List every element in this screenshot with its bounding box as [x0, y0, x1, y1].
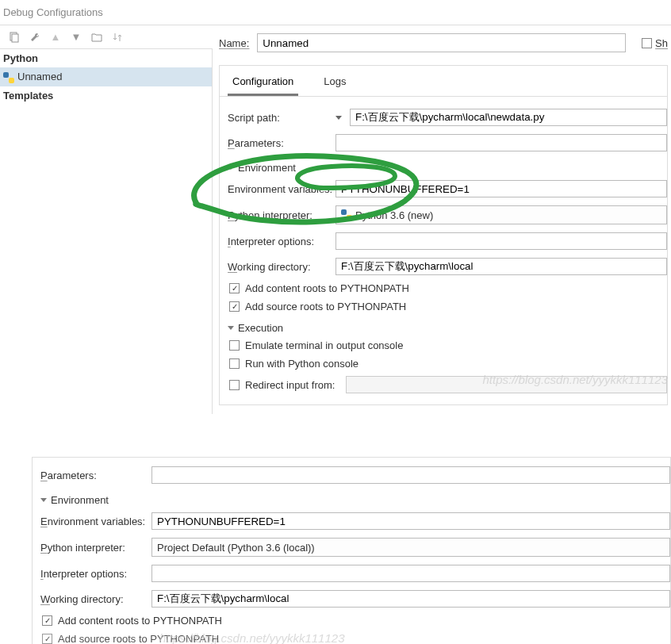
lower-interp-options-label: Interpreter options:	[40, 568, 151, 580]
redirect-input-label: Redirect input from:	[245, 379, 340, 391]
lower-parameters-input[interactable]	[151, 466, 670, 484]
down-arrow-icon[interactable]: ▼	[70, 31, 82, 44]
emulate-terminal-checkbox[interactable]	[229, 340, 240, 351]
lower-content-roots-label: Add content roots to PYTHONPATH	[58, 615, 222, 627]
python-interp-dropdown[interactable]: Python 3.6 (new)	[336, 205, 667, 224]
lower-env-section[interactable]: Environment	[40, 488, 670, 508]
wrench-icon[interactable]	[29, 31, 41, 44]
tab-configuration[interactable]: Configuration	[228, 72, 298, 96]
emulate-terminal-label: Emulate terminal in output console	[245, 339, 403, 351]
toolbar: ▲ ▼	[0, 25, 213, 49]
tree-templates[interactable]: Templates	[0, 86, 212, 105]
python-interp-label: Python interpreter:	[228, 209, 336, 221]
window-title: Debug Configurations	[0, 0, 671, 25]
sort-icon[interactable]	[111, 31, 124, 44]
env-vars-label: Environment variables:	[228, 183, 336, 195]
triangle-down-icon	[228, 326, 234, 330]
lower-working-dir-input[interactable]	[151, 590, 670, 608]
redirect-input-field[interactable]	[346, 376, 667, 393]
run-python-console-checkbox[interactable]	[229, 358, 240, 369]
lower-env-vars-label: Environment variables:	[40, 516, 151, 527]
working-dir-label: Working directory:	[228, 261, 336, 273]
execution-section[interactable]: Execution	[228, 316, 667, 336]
lower-parameters-label: Parameters:	[40, 470, 151, 481]
add-source-roots-checkbox[interactable]: ✓	[229, 301, 240, 312]
redirect-input-checkbox[interactable]	[229, 380, 240, 390]
name-label: Name:	[219, 37, 249, 49]
script-path-input[interactable]	[350, 109, 667, 126]
python-icon	[341, 209, 352, 220]
environment-section[interactable]: Environment	[228, 155, 667, 176]
parameters-input[interactable]	[336, 134, 667, 151]
interp-options-input[interactable]	[336, 232, 667, 250]
add-content-roots-label: Add content roots to PYTHONPATH	[245, 282, 409, 294]
config-tree: Python Unnamed Templates	[0, 49, 213, 414]
interp-options-label: Interpreter options:	[228, 236, 336, 247]
tree-python-root[interactable]: Python	[0, 49, 212, 67]
share-checkbox[interactable]	[642, 38, 652, 48]
lower-interp-options-input[interactable]	[151, 565, 670, 582]
share-label: Sh	[655, 37, 668, 49]
lower-python-interp-label: Python interpreter:	[40, 542, 151, 554]
lower-source-roots-checkbox[interactable]: ✓	[42, 634, 52, 644]
tree-item-unnamed[interactable]: Unnamed	[0, 67, 212, 86]
parameters-label: Parameters:	[228, 137, 336, 149]
script-path-dropdown-icon[interactable]	[336, 116, 342, 120]
env-vars-input[interactable]	[336, 180, 667, 197]
tab-logs[interactable]: Logs	[319, 72, 351, 96]
script-path-label: Script path:	[228, 112, 336, 124]
up-arrow-icon[interactable]: ▲	[49, 31, 62, 44]
add-content-roots-checkbox[interactable]: ✓	[229, 283, 240, 293]
python-icon	[3, 72, 14, 83]
lower-working-dir-label: Working directory:	[40, 593, 151, 605]
lower-content-roots-checkbox[interactable]: ✓	[42, 615, 52, 626]
lower-env-vars-input[interactable]	[151, 512, 670, 530]
copy-icon[interactable]	[8, 31, 21, 44]
tree-item-label: Unnamed	[17, 71, 62, 82]
add-source-roots-label: Add source roots to PYTHONPATH	[245, 301, 406, 312]
working-dir-input[interactable]	[336, 258, 667, 275]
folder-icon[interactable]	[90, 31, 103, 44]
triangle-down-icon	[228, 166, 234, 170]
lower-python-interp-dropdown[interactable]: Project Default (Python 3.6 (local))	[151, 538, 670, 557]
svg-rect-1	[12, 34, 18, 42]
lower-panel: Parameters: Environment Environment vari…	[32, 457, 671, 644]
triangle-down-icon	[40, 498, 47, 502]
lower-source-roots-label: Add source roots to PYTHONPATH	[58, 633, 219, 644]
name-input[interactable]	[257, 33, 626, 52]
run-python-console-label: Run with Python console	[245, 358, 359, 370]
